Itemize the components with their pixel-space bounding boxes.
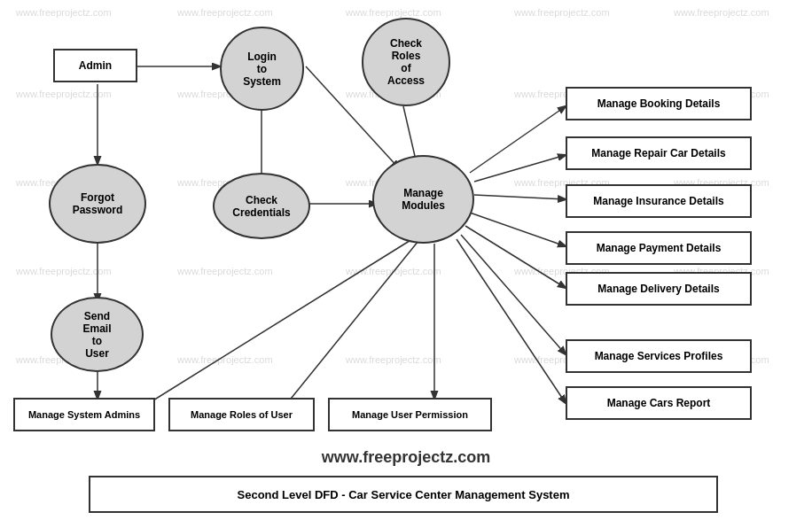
manage-booking-node: Manage Booking Details	[566, 87, 752, 120]
watermark-6: www.freeprojectz.com	[16, 89, 112, 99]
watermark-2: www.freeprojectz.com	[177, 7, 273, 18]
svg-line-8	[470, 106, 566, 173]
footer-website: www.freeprojectz.com	[0, 448, 812, 467]
watermark-17: www.freeprojectz.com	[177, 266, 273, 276]
watermark-4: www.freeprojectz.com	[514, 7, 610, 18]
manage-system-admins-node: Manage System Admins	[13, 398, 155, 431]
watermark-16: www.freeprojectz.com	[16, 266, 112, 276]
manage-repair-node: Manage Repair Car Details	[566, 136, 752, 170]
watermark-23: www.freeprojectz.com	[346, 354, 441, 365]
watermark-3: www.freeprojectz.com	[346, 7, 441, 18]
check-roles-node: Check Roles of Access	[362, 18, 450, 106]
manage-insurance-node: Manage Insurance Details	[566, 184, 752, 218]
svg-line-14	[457, 239, 566, 403]
manage-delivery-node: Manage Delivery Details	[566, 272, 752, 306]
admin-node: Admin	[53, 49, 137, 82]
forgot-password-node: Forgot Password	[49, 164, 146, 244]
svg-line-12	[465, 226, 566, 288]
svg-line-16	[284, 241, 418, 407]
manage-roles-node: Manage Roles of User	[168, 398, 315, 431]
svg-line-15	[142, 239, 412, 407]
diagram-container: www.freeprojectz.com www.freeprojectz.co…	[0, 0, 812, 520]
svg-line-11	[470, 213, 566, 246]
svg-line-13	[461, 235, 566, 354]
login-node: Login to System	[220, 27, 304, 111]
manage-modules-node: Manage Modules	[372, 155, 474, 244]
caption-box: Second Level DFD - Car Service Center Ma…	[89, 476, 718, 513]
svg-line-9	[474, 155, 566, 182]
check-credentials-node: Check Credentials	[213, 173, 310, 239]
watermark-18: www.freeprojectz.com	[346, 266, 441, 276]
send-email-node: Send Email to User	[51, 297, 144, 372]
watermark-22: www.freeprojectz.com	[177, 354, 273, 365]
manage-cars-node: Manage Cars Report	[566, 386, 752, 420]
watermark-5: www.freeprojectz.com	[674, 7, 769, 18]
watermark-1: www.freeprojectz.com	[16, 7, 112, 18]
svg-line-10	[474, 195, 566, 199]
manage-user-perm-node: Manage User Permission	[328, 398, 492, 431]
manage-services-node: Manage Services Profiles	[566, 339, 752, 373]
manage-payment-node: Manage Payment Details	[566, 231, 752, 265]
